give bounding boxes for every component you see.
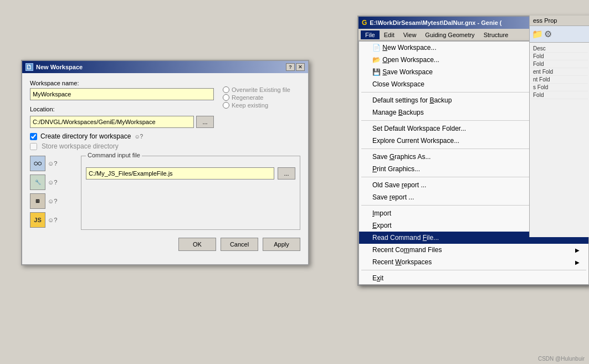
- store-workspace-label: Store workspace directory: [42, 142, 119, 150]
- close-workspace-label: Close Workspace: [372, 80, 424, 88]
- cmd-input[interactable]: [86, 167, 274, 180]
- right-panel-row: s Fold: [531, 84, 588, 91]
- radio-overwrite-label: Overwrite Existing file: [223, 86, 300, 93]
- radio-keep-label: Keep existing: [223, 102, 300, 109]
- app-icon-1[interactable]: ⬡⬡: [30, 156, 45, 171]
- dialog-buttons: OK Cancel Apply: [30, 238, 300, 258]
- radio-regenerate[interactable]: [223, 94, 229, 101]
- sep-6: [361, 270, 586, 270]
- open-workspace-label: 📂 Open Workspace...: [372, 56, 439, 64]
- recent-workspaces-label: Recent Workspaces: [372, 258, 432, 266]
- menu-guiding[interactable]: Guiding Geometry: [421, 30, 479, 39]
- right-panel-row: Fold: [531, 53, 588, 60]
- icon-row-1: ⬡⬡ ☺?: [30, 156, 74, 171]
- right-panel-row: ent Fold: [531, 68, 588, 76]
- genie-icon: G: [362, 19, 367, 27]
- location-label: Location:: [30, 106, 214, 112]
- right-panel-row: nt Fold: [531, 76, 588, 84]
- icon-row-3: ⊞ ☺?: [30, 193, 74, 209]
- recent-command-files-label: Recent Command Files: [372, 246, 442, 254]
- create-dir-row: Create directory for workspace ☺?: [30, 132, 214, 140]
- right-panel-rows: Desc Fold Fold ent Fold nt Fold s Fold F…: [530, 43, 589, 101]
- recent-cmd-arrow: ▶: [575, 247, 580, 253]
- radio-overwrite[interactable]: [223, 86, 229, 93]
- menu-view[interactable]: View: [399, 30, 421, 39]
- save-graphics-label: Save Graphics As...: [372, 153, 431, 161]
- create-dir-label: Create directory for workspace: [40, 132, 131, 140]
- set-default-folder-label: Set Default Workspace Folder...: [372, 125, 466, 132]
- right-panel: ess Prop 📁 ⚙ Desc Fold Fold ent Fold nt …: [529, 16, 589, 237]
- cmd-group-legend: Command input file: [86, 152, 142, 158]
- command-input-group: Command input file ...: [81, 156, 300, 230]
- dialog-controls: ? ✕: [286, 63, 305, 71]
- menu-recent-workspaces[interactable]: Recent Workspaces ▶: [359, 256, 588, 268]
- menu-structure[interactable]: Structure: [479, 30, 513, 39]
- radio-group-container: Overwrite Existing file Regenerate Keep …: [223, 80, 300, 150]
- dialog-title: New Workspace: [36, 64, 83, 70]
- default-backup-label: Default settings for Backup: [372, 96, 452, 104]
- menu-file[interactable]: File: [361, 30, 380, 39]
- location-browse-button[interactable]: ...: [196, 116, 214, 128]
- dialog-body: Workspace name: Location: ... Create dir…: [22, 73, 308, 264]
- exit-label: Exit: [372, 274, 383, 282]
- save-workspace-label: 💾 Save Workspace: [372, 68, 433, 76]
- right-panel-header: ess Prop: [530, 16, 589, 26]
- folder-icon[interactable]: 📁: [532, 29, 543, 39]
- recent-ws-arrow: ▶: [575, 259, 580, 265]
- workspace-name-label: Workspace name:: [30, 80, 214, 86]
- save-report-label: Save report ...: [372, 193, 414, 201]
- right-panel-toolbar: 📁 ⚙: [530, 26, 589, 43]
- icon-help-2: ☺?: [48, 179, 57, 186]
- radio-keep[interactable]: [223, 102, 229, 109]
- dialog-titlebar: 🗋 New Workspace ? ✕: [22, 61, 308, 73]
- dialog-icon: 🗋: [25, 63, 33, 71]
- workspace-name-input[interactable]: [30, 88, 214, 100]
- genie-title: E:\WorkDirSesam\Mytest\DalNur.gnx - Geni…: [370, 19, 501, 26]
- app-icon-3[interactable]: ⊞: [30, 193, 45, 209]
- import-label: Import: [372, 209, 391, 217]
- icon-help-4: ☺?: [48, 217, 57, 223]
- menu-edit[interactable]: Edit: [380, 30, 399, 39]
- read-command-file-label: Read Command File...: [372, 234, 439, 242]
- icon-row-2: 🔧 ☺?: [30, 175, 74, 190]
- icon-help-3: ☺?: [48, 198, 57, 204]
- app-icon-js[interactable]: JS: [30, 212, 45, 228]
- menu-recent-command-files[interactable]: Recent Command Files ▶: [359, 244, 588, 256]
- print-graphics-label: Print Graphics...: [372, 165, 420, 173]
- export-label: Export: [372, 222, 392, 229]
- manage-backups-label: Manage Backups: [372, 109, 424, 116]
- right-panel-row: Fold: [531, 60, 588, 68]
- new-workspace-dialog: 🗋 New Workspace ? ✕ Workspace name: Loca…: [21, 60, 309, 265]
- right-panel-row: Fold: [531, 91, 588, 99]
- radio-group: Overwrite Existing file Regenerate Keep …: [223, 86, 300, 109]
- ok-button[interactable]: OK: [178, 238, 216, 251]
- apply-button[interactable]: Apply: [263, 238, 300, 251]
- explore-workspace-label: Explore Current Workspace...: [372, 137, 459, 145]
- cmd-input-row: ...: [86, 167, 295, 180]
- icon-panel: ⬡⬡ ☺? 🔧 ☺? ⊞ ☺? JS ☺?: [30, 156, 74, 230]
- help-icon-create: ☺?: [134, 134, 143, 140]
- app-icon-2[interactable]: 🔧: [30, 175, 45, 190]
- close-button[interactable]: ✕: [296, 63, 305, 71]
- right-panel-row: Desc: [531, 45, 588, 53]
- store-workspace-row: Store workspace directory: [30, 142, 214, 150]
- menu-exit[interactable]: Exit: [359, 272, 588, 284]
- cancel-button[interactable]: Cancel: [221, 238, 258, 251]
- old-save-report-label: Old Save report ...: [372, 181, 426, 189]
- cmd-group-body: ...: [86, 160, 295, 226]
- location-row: ...: [30, 116, 214, 128]
- dialog-title-left: 🗋 New Workspace: [25, 63, 83, 71]
- cmd-browse-button[interactable]: ...: [278, 167, 295, 180]
- create-dir-checkbox[interactable]: [30, 133, 37, 140]
- icon-row-4: JS ☺?: [30, 212, 74, 228]
- location-input[interactable]: [30, 116, 194, 128]
- help-button[interactable]: ?: [286, 63, 295, 71]
- icon-help-1: ☺?: [48, 160, 57, 167]
- settings-icon[interactable]: ⚙: [544, 29, 552, 39]
- middle-section: ⬡⬡ ☺? 🔧 ☺? ⊞ ☺? JS ☺? Command input file: [30, 156, 300, 230]
- watermark: CSDN @Hulunbuir: [538, 356, 585, 362]
- new-workspace-label: 📄 New Workspace...: [372, 44, 437, 52]
- store-workspace-checkbox[interactable]: [30, 143, 37, 150]
- radio-regenerate-label: Regenerate: [223, 94, 300, 101]
